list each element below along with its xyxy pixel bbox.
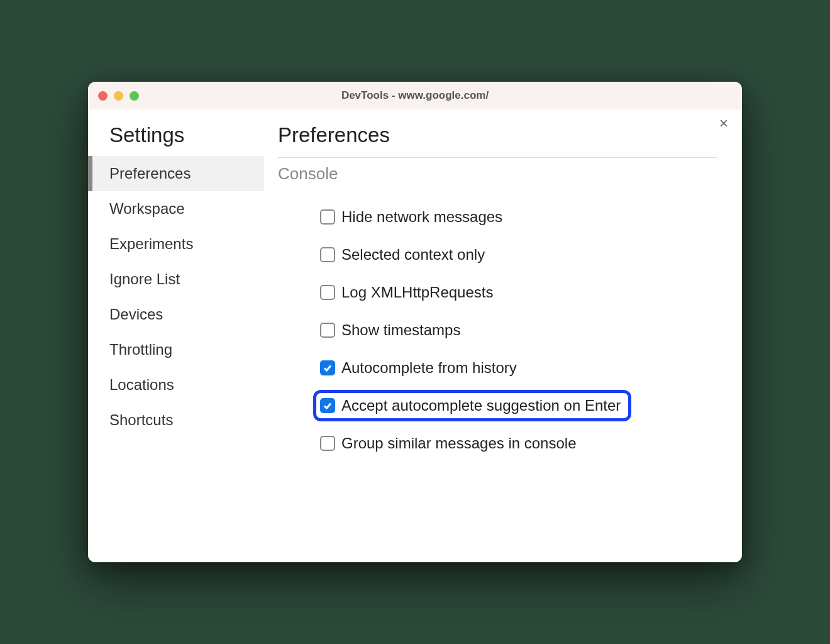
window-title: DevTools - www.google.com/ [341, 89, 489, 102]
option-group-similar-messages-in-console[interactable]: Group similar messages in console [313, 428, 587, 459]
option-label: Show timestamps [341, 321, 460, 339]
settings-main: Preferences Console Hide network message… [264, 109, 742, 562]
sidebar-item-workspace[interactable]: Workspace [88, 191, 264, 226]
sidebar-title: Settings [88, 123, 264, 156]
sidebar-item-preferences[interactable]: Preferences [88, 156, 264, 191]
option-autocomplete-from-history[interactable]: Autocomplete from history [313, 352, 528, 384]
checkbox[interactable] [320, 285, 335, 300]
minimize-window-button[interactable] [114, 91, 123, 101]
option-hide-network-messages[interactable]: Hide network messages [313, 201, 513, 233]
sidebar-item-ignore-list[interactable]: Ignore List [88, 262, 264, 297]
checkbox[interactable] [320, 209, 335, 225]
sidebar-item-experiments[interactable]: Experiments [88, 226, 264, 262]
devtools-window: DevTools - www.google.com/ × Settings Pr… [88, 82, 742, 562]
checkbox[interactable] [320, 360, 335, 375]
option-label: Hide network messages [341, 208, 502, 226]
option-label: Accept autocomplete suggestion on Enter [341, 397, 621, 414]
option-label: Log XMLHttpRequests [341, 284, 493, 301]
settings-content: × Settings PreferencesWorkspaceExperimen… [88, 109, 742, 562]
main-title: Preferences [278, 123, 717, 158]
option-accept-autocomplete-suggestion-on-enter[interactable]: Accept autocomplete suggestion on Enter [313, 390, 631, 421]
checkbox[interactable] [320, 436, 335, 451]
window-titlebar: DevTools - www.google.com/ [88, 82, 742, 109]
option-label: Selected context only [341, 246, 485, 264]
option-label: Group similar messages in console [341, 435, 577, 452]
option-show-timestamps[interactable]: Show timestamps [313, 314, 471, 346]
option-selected-context-only[interactable]: Selected context only [313, 239, 495, 270]
window-traffic-lights [98, 91, 139, 101]
section-title: Console [278, 164, 717, 184]
checkbox[interactable] [320, 323, 335, 338]
close-settings-button[interactable]: × [719, 116, 728, 131]
close-window-button[interactable] [98, 91, 108, 101]
option-label: Autocomplete from history [341, 359, 517, 377]
checkbox[interactable] [320, 247, 335, 262]
settings-sidebar: Settings PreferencesWorkspaceExperiments… [88, 109, 264, 562]
checkbox[interactable] [320, 398, 335, 413]
sidebar-item-shortcuts[interactable]: Shortcuts [88, 402, 264, 438]
sidebar-item-throttling[interactable]: Throttling [88, 332, 264, 367]
zoom-window-button[interactable] [130, 91, 139, 101]
sidebar-item-locations[interactable]: Locations [88, 367, 264, 402]
sidebar-item-devices[interactable]: Devices [88, 297, 264, 332]
option-log-xmlhttprequests[interactable]: Log XMLHttpRequests [313, 277, 504, 308]
options-list: Hide network messagesSelected context on… [278, 201, 717, 459]
